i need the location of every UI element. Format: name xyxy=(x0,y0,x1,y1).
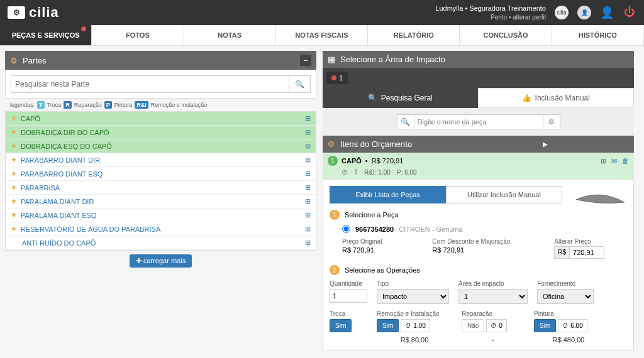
reparacao-time[interactable]: ⏱0 xyxy=(486,319,507,332)
part-row[interactable]: ★DOBRADIÇA ESQ DO CAPÔ⊞ xyxy=(6,139,316,153)
part-row[interactable]: ★PARALAMA DIANT DIR⊞ xyxy=(6,195,316,209)
clock-icon: ⏱ xyxy=(405,322,411,329)
part-row[interactable]: ★PARABARRO DIANT DIR⊞ xyxy=(6,153,316,167)
tab-pecas[interactable]: PEÇAS E SERVIÇOS xyxy=(0,25,92,45)
part-name: PARABRISA xyxy=(21,184,301,192)
power-icon[interactable]: ⏻ xyxy=(623,6,636,19)
tree-icon[interactable]: ⊞ xyxy=(305,142,311,150)
step-1-badge: 1 xyxy=(330,210,340,220)
search-tabs: 🔍Pesquisa Geral 👍Inclusão Manual xyxy=(323,88,634,108)
part-row[interactable]: ANTI RUÍDO DO CAPÔ⊞ xyxy=(6,236,316,250)
partes-search: 🔍 xyxy=(5,70,316,99)
tree-icon[interactable]: ⊞ xyxy=(305,239,311,247)
load-more: ✚ carregar mais xyxy=(5,251,316,271)
tree-icon[interactable]: ⊞ xyxy=(305,225,311,233)
partes-search-input[interactable] xyxy=(11,75,289,93)
tab-relatorio[interactable]: RELATÓRIO xyxy=(368,25,460,45)
part-row[interactable]: ★PARABARRO DIANT ESQ⊞ xyxy=(6,167,316,181)
tab-fotos[interactable]: FOTOS xyxy=(92,25,184,45)
tree-icon[interactable]: ⊞ xyxy=(305,211,311,219)
brand-badge-icon[interactable]: cilia xyxy=(555,6,569,19)
main-tabs: PEÇAS E SERVIÇOS FOTOS NOTAS NOTAS FISCA… xyxy=(0,25,644,46)
part-name: PARALAMA DIANT DIR xyxy=(21,198,301,205)
alterar-preco-input[interactable] xyxy=(570,246,604,259)
exibir-lista-button[interactable]: Exibir Lista de Peças xyxy=(330,186,446,203)
star-icon: ★ xyxy=(11,128,17,136)
piece-search-input[interactable] xyxy=(414,114,543,129)
tree-icon[interactable]: ⊞ xyxy=(305,170,311,178)
part-row[interactable]: ★CAPÔ⊞ xyxy=(6,112,316,126)
quantidade-input[interactable] xyxy=(330,289,367,303)
clock-icon: ⏱ xyxy=(341,169,348,176)
reparacao-nao-button[interactable]: Não xyxy=(462,319,484,332)
user-role: Perito • alterar perfil xyxy=(435,13,546,21)
part-radio-row: 9667354280 CITROEN - Genuína xyxy=(330,225,627,233)
part-name: CAPÔ xyxy=(21,115,301,122)
ops-row-2: Troca Sim Remoção e Instalação Sim ⏱1.00… xyxy=(330,310,627,344)
settings-button[interactable]: ⚙ xyxy=(543,114,560,129)
impact-area: 1 xyxy=(323,68,634,88)
avatar-icon[interactable]: 👤 xyxy=(577,6,591,19)
tree-icon[interactable]: ⊞ xyxy=(601,157,606,165)
search-prefix-icon: 🔍 xyxy=(397,114,414,129)
part-maker: CITROEN - Genuína xyxy=(399,225,462,233)
remocao-time[interactable]: ⏱1.00 xyxy=(401,319,430,332)
tab-historico[interactable]: HISTÓRICO xyxy=(552,25,644,45)
user-icon[interactable]: 👤 xyxy=(600,6,614,19)
troca-sim-button[interactable]: Sim xyxy=(330,319,352,332)
pintura-sim-button[interactable]: Sim xyxy=(534,319,556,332)
tree-icon[interactable]: ⊞ xyxy=(305,197,311,205)
header-right: Ludmylla • Seguradora Treinamento Perito… xyxy=(435,4,636,21)
tipo-select[interactable]: Impacto xyxy=(377,289,449,304)
tree-icon[interactable]: ⊞ xyxy=(305,156,311,164)
impact-area-1[interactable]: 1 xyxy=(326,72,348,84)
step-2-badge: 2 xyxy=(330,265,340,275)
part-name: PARABARRO DIANT ESQ xyxy=(21,170,301,178)
part-row[interactable]: ★RESERVATÓRIO DE ÁGUA DO PARABRISA⊞ xyxy=(6,222,316,236)
fornecimento-select[interactable]: Oficina xyxy=(537,289,594,304)
gear-icon: ⚙ xyxy=(328,139,335,149)
area-select[interactable]: 1 xyxy=(458,289,528,304)
gear-icon: ⚙ xyxy=(10,56,18,65)
expand-icon[interactable]: ▶ xyxy=(543,141,548,148)
star-icon: ★ xyxy=(11,211,17,219)
impact-title: Selecione a Área de Impacto xyxy=(340,55,445,64)
thumbs-up-icon: 👍 xyxy=(522,94,531,102)
grid-icon: ▦ xyxy=(328,55,335,64)
step-1: 1 Selecione a Peça xyxy=(330,210,627,220)
user-name: Ludmylla • Seguradora Treinamento xyxy=(435,4,546,13)
price-row: Preço Original R$ 720,91 Com Desconto e … xyxy=(330,238,627,259)
logo-text: cilia xyxy=(29,4,59,21)
minimize-button[interactable]: − xyxy=(300,55,311,66)
tab-notas-fiscais[interactable]: NOTAS FISCAIS xyxy=(276,25,368,45)
part-row[interactable]: ★DOBRADIÇA DIR DO CAPÔ⊞ xyxy=(6,126,316,139)
partes-header: ⚙ Partes − xyxy=(5,51,316,70)
part-row[interactable]: ★PARALAMA DIANT ESQ⊞ xyxy=(6,209,316,222)
tab-pesquisa-geral[interactable]: 🔍Pesquisa Geral xyxy=(323,88,478,108)
utilizar-manual-button[interactable]: Utilizar Inclusão Manual xyxy=(446,186,562,203)
star-icon: ★ xyxy=(11,170,17,178)
part-row[interactable]: ★PARABRISA⊞ xyxy=(6,181,316,195)
pintura-time[interactable]: ⏱6.00 xyxy=(558,319,587,332)
item-price: R$ 720,91 xyxy=(372,157,404,165)
tab-conclusao[interactable]: CONCLUSÃO xyxy=(460,25,552,45)
star-icon: ★ xyxy=(11,156,17,164)
search-button[interactable]: 🔍 xyxy=(289,75,311,93)
mail-icon[interactable]: ✉ xyxy=(611,157,617,165)
tree-icon[interactable]: ⊞ xyxy=(305,128,311,136)
tree-icon[interactable]: ⊞ xyxy=(305,183,311,192)
orcamento-header: ⚙ Itens do Orçamento ▶ xyxy=(323,136,634,153)
parts-list: ★CAPÔ⊞★DOBRADIÇA DIR DO CAPÔ⊞★DOBRADIÇA … xyxy=(5,111,316,251)
star-icon: ★ xyxy=(11,225,17,233)
load-more-button[interactable]: ✚ carregar mais xyxy=(130,254,192,268)
partes-title: Partes xyxy=(23,56,47,65)
tab-notas[interactable]: NOTAS xyxy=(184,25,276,45)
impact-header: ▦ Selecione a Área de Impacto xyxy=(323,51,634,68)
clock-icon: ⏱ xyxy=(562,322,569,329)
item-number: 1 xyxy=(328,156,338,166)
tree-icon[interactable]: ⊞ xyxy=(305,114,311,122)
part-radio[interactable] xyxy=(342,225,350,233)
trash-icon[interactable]: 🗑 xyxy=(622,157,629,165)
tab-inclusao-manual[interactable]: 👍Inclusão Manual xyxy=(478,88,635,108)
remocao-sim-button[interactable]: Sim xyxy=(377,319,399,332)
